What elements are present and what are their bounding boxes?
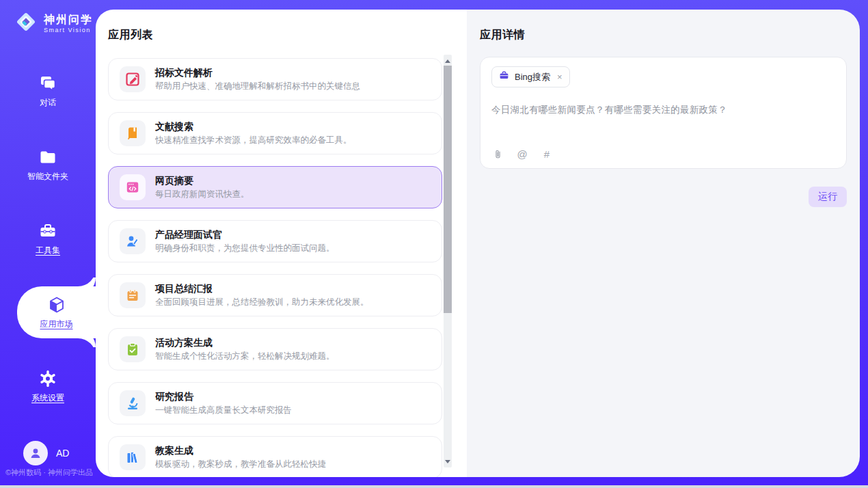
sidebar-item-智能文件夹[interactable]: 智能文件夹: [0, 139, 96, 191]
chat-icon: [38, 74, 57, 93]
pen-square-icon: [120, 66, 146, 92]
card-text: 网页摘要每日政府新闻资讯快查。: [155, 174, 249, 200]
sidebar-item-label: 对话: [40, 97, 56, 109]
copyright: ©神州数码 · 神州问学出品: [5, 467, 93, 478]
sidebar-item-工具集[interactable]: 工具集: [0, 213, 96, 265]
app-card-活动方案生成[interactable]: 活动方案生成智能生成个性化活动方案，轻松解决规划难题。: [108, 328, 442, 370]
app-name: 网页摘要: [155, 174, 249, 187]
app-name: 研究报告: [155, 390, 292, 403]
clipboard-check-icon: [120, 336, 146, 362]
app-detail-title: 应用详情: [480, 28, 847, 42]
browser-icon: [120, 174, 146, 200]
app-name: 产品经理面试官: [155, 228, 335, 241]
app-description: 智能生成个性化活动方案，轻松解决规划难题。: [155, 351, 335, 362]
book-icon: [120, 120, 146, 146]
query-text[interactable]: 今日湖北有哪些新闻要点？有哪些需要关注的最新政策？: [491, 104, 835, 116]
content-shell: 应用列表 招标文件解析帮助用户快速、准确地理解和解析招标书中的关键信息文献搜索快…: [96, 10, 860, 477]
card-text: 产品经理面试官明确身份和职责，为您提供专业性的面试问题。: [155, 228, 335, 254]
user-row[interactable]: AD: [23, 441, 69, 465]
attachment-icon[interactable]: [491, 148, 504, 160]
scroll-up-icon: [445, 59, 450, 63]
scroll-up-button[interactable]: [444, 56, 452, 66]
app-name: 活动方案生成: [155, 336, 335, 349]
sidebar-item-label: 智能文件夹: [27, 171, 68, 182]
app-card-研究报告[interactable]: 研究报告一键智能生成高质量长文本研究报告: [108, 382, 442, 424]
sidebar-item-label: 应用市场: [40, 318, 73, 330]
toolbox-icon: [38, 221, 57, 241]
app-card-网页摘要[interactable]: 网页摘要每日政府新闻资讯快查。: [108, 166, 442, 208]
bottom-edge-strip: [0, 485, 868, 488]
tool-chip-label: Bing搜索: [515, 71, 550, 83]
app-description: 快速精准查找学术资源，提高研究效率的必备工具。: [155, 135, 352, 146]
card-text: 活动方案生成智能生成个性化活动方案，轻松解决规划难题。: [155, 336, 335, 362]
close-icon[interactable]: ×: [557, 72, 562, 81]
sidebar-item-label: 系统设置: [31, 392, 64, 404]
app-name: 项目总结汇报: [155, 282, 369, 295]
note-icon: [120, 282, 146, 308]
sidebar-item-系统设置[interactable]: 系统设置: [0, 360, 96, 412]
briefcase-icon: [499, 70, 509, 83]
books-icon: [120, 444, 146, 470]
microscope-icon: [120, 390, 146, 416]
sidebar-item-对话[interactable]: 对话: [0, 65, 96, 117]
app-card-教案生成[interactable]: 教案生成模板驱动，教案秒成，教学准备从此轻松快捷: [108, 436, 442, 477]
app-name: 招标文件解析: [155, 66, 360, 79]
app-description: 全面回顾项目进展，总结经验教训，助力未来优化发展。: [155, 297, 369, 308]
app-detail-panel: 应用详情 Bing搜索 × 今日湖北有哪些新闻要点？有哪些需要关注的最新政策？: [467, 10, 860, 477]
app-card-项目总结汇报[interactable]: 项目总结汇报全面回顾项目进展，总结经验教训，助力未来优化发展。: [108, 274, 442, 316]
card-text: 招标文件解析帮助用户快速、准确地理解和解析招标书中的关键信息: [155, 66, 360, 92]
scrollbar[interactable]: [444, 55, 452, 467]
app-description: 模板驱动，教案秒成，教学准备从此轻松快捷: [155, 459, 326, 470]
app-card-产品经理面试官[interactable]: 产品经理面试官明确身份和职责，为您提供专业性的面试问题。: [108, 220, 442, 262]
app-description: 每日政府新闻资讯快查。: [155, 189, 249, 200]
app-description: 明确身份和职责，为您提供专业性的面试问题。: [155, 243, 335, 254]
brand-name: 神州问学: [44, 13, 93, 27]
app-window: 神州问学 Smart Vision 对话智能文件夹工具集应用市场系统设置 AD …: [0, 0, 868, 488]
prompt-card[interactable]: Bing搜索 × 今日湖北有哪些新闻要点？有哪些需要关注的最新政策？ @ #: [480, 57, 847, 169]
user-icon: [23, 441, 48, 465]
app-list-panel: 应用列表 招标文件解析帮助用户快速、准确地理解和解析招标书中的关键信息文献搜索快…: [96, 10, 467, 477]
run-button[interactable]: 运行: [809, 187, 847, 207]
app-cards: 招标文件解析帮助用户快速、准确地理解和解析招标书中的关键信息文献搜索快速精准查找…: [108, 58, 442, 477]
brand-text: 神州问学 Smart Vision: [44, 13, 93, 33]
card-text: 教案生成模板驱动，教案秒成，教学准备从此轻松快捷: [155, 444, 326, 470]
sidebar-nav: 对话智能文件夹工具集应用市场系统设置: [0, 65, 96, 434]
user-name: AD: [56, 448, 69, 459]
card-text: 文献搜索快速精准查找学术资源，提高研究效率的必备工具。: [155, 120, 352, 146]
app-description: 一键智能生成高质量长文本研究报告: [155, 405, 292, 416]
sidebar-item-应用市场[interactable]: 应用市场: [17, 286, 96, 338]
app-card-招标文件解析[interactable]: 招标文件解析帮助用户快速、准确地理解和解析招标书中的关键信息: [108, 58, 442, 100]
sidebar-item-label: 工具集: [36, 245, 60, 256]
card-text: 项目总结汇报全面回顾项目进展，总结经验教训，助力未来优化发展。: [155, 282, 369, 308]
sidebar: 神州问学 Smart Vision 对话智能文件夹工具集应用市场系统设置 AD …: [0, 0, 96, 488]
scroll-down-icon: [445, 460, 450, 463]
app-description: 帮助用户快速、准确地理解和解析招标书中的关键信息: [155, 81, 360, 92]
app-name: 教案生成: [155, 444, 326, 457]
card-text: 研究报告一键智能生成高质量长文本研究报告: [155, 390, 292, 416]
folder-icon: [38, 148, 57, 167]
app-name: 文献搜索: [155, 120, 352, 133]
prompt-toolbar: @ #: [491, 148, 835, 160]
brand: 神州问学 Smart Vision: [0, 0, 96, 37]
app-list-title: 应用列表: [108, 28, 442, 42]
tool-chip-bing[interactable]: Bing搜索 ×: [491, 66, 570, 87]
run-row: 运行: [480, 187, 847, 207]
mention-icon[interactable]: @: [516, 148, 528, 160]
diamond-logo-icon: [14, 10, 38, 37]
interviewer-icon: [120, 228, 146, 254]
cube-icon: [47, 295, 66, 314]
scrollbar-thumb[interactable]: [444, 66, 452, 313]
gear-icon: [38, 369, 57, 388]
topic-icon[interactable]: #: [541, 148, 553, 160]
app-card-文献搜索[interactable]: 文献搜索快速精准查找学术资源，提高研究效率的必备工具。: [108, 112, 442, 154]
scroll-down-button[interactable]: [444, 457, 452, 466]
input-spacer: [491, 116, 835, 148]
brand-subtitle: Smart Vision: [44, 27, 93, 33]
